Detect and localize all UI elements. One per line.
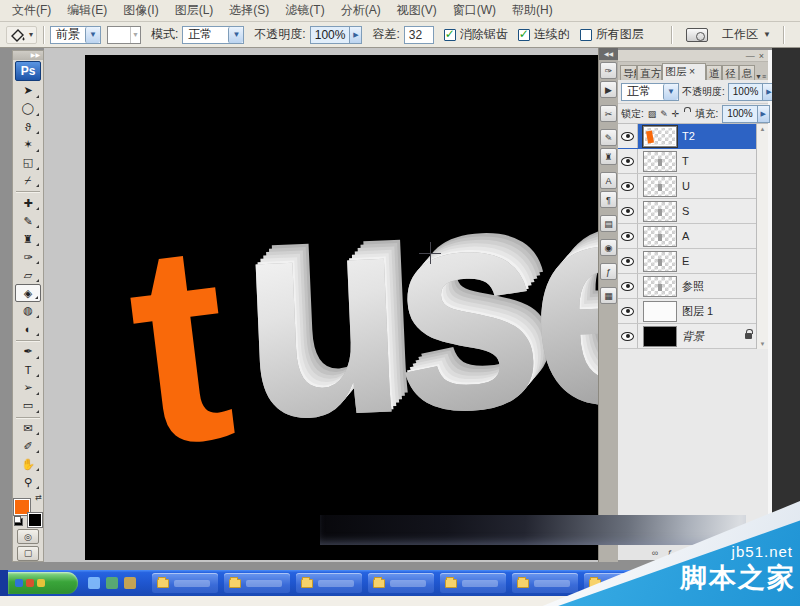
eye-icon[interactable] [621,307,634,316]
crop-tool[interactable]: ◱ [15,154,41,172]
eye-icon[interactable] [621,207,634,216]
layer-thumbnail[interactable] [643,226,677,247]
background-color-swatch[interactable] [28,513,42,527]
tool-preset-picker[interactable]: ▾ [6,26,37,44]
eye-icon[interactable] [621,257,634,266]
eye-icon[interactable] [621,232,634,241]
info-panel-icon[interactable]: ▦ [600,287,617,304]
clone-source-panel-icon[interactable]: ♜ [600,148,617,165]
tool-presets-panel-icon[interactable]: ✂ [600,105,617,122]
menu-window[interactable]: 窗口(W) [445,0,504,21]
tab-channels[interactable]: 道 [706,65,722,80]
dodge-tool[interactable]: ◐ [15,320,41,338]
swap-colors-icon[interactable]: ⇄ [35,493,42,502]
menu-view[interactable]: 视图(V) [389,0,445,21]
start-button[interactable] [8,572,78,594]
layer-comps-panel-icon[interactable]: ▤ [600,215,617,232]
eye-icon[interactable] [621,282,634,291]
quick-mask-button[interactable]: ◎ [17,529,39,544]
notes-tool[interactable]: ✉ [15,420,41,438]
styles-panel-icon[interactable]: ƒ [600,263,617,280]
menu-file[interactable]: 文件(F) [4,0,59,21]
menu-layer[interactable]: 图层(L) [167,0,222,21]
opacity-spinner[interactable]: 100% ▶ [310,26,363,44]
contiguous-checkbox-group[interactable]: 连续的 [518,26,570,43]
layer-row-s[interactable]: S [618,199,768,224]
fill-spinner[interactable]: 100% ▶ [722,105,770,123]
visibility-cell[interactable] [618,249,638,273]
antialias-checkbox-group[interactable]: 消除锯齿 [444,26,508,43]
menu-help[interactable]: 帮助(H) [504,0,561,21]
lock-position-icon[interactable]: ✛ [672,109,680,119]
panel-menu-icon[interactable]: ▼≡ [755,73,766,80]
path-selection-tool[interactable]: ➢ [15,379,41,397]
move-tool[interactable]: ➤ [15,82,41,100]
brushes-panel-icon[interactable]: ✎ [600,129,617,146]
eye-icon[interactable] [621,182,634,191]
slice-tool[interactable]: ⌿ [15,172,41,190]
layer-list-scrollbar[interactable]: ▲ ▼ [756,124,768,349]
eraser-tool[interactable]: ▱ [15,266,41,284]
layer-row-a[interactable]: A [618,224,768,249]
eye-icon[interactable] [621,132,634,141]
chevron-down-icon[interactable]: ▼ [85,27,100,43]
quick-launch-icon[interactable] [124,577,136,589]
pen-tool[interactable]: ✒ [15,343,41,361]
quick-launch-icon[interactable] [106,577,118,589]
eyedropper-tool[interactable]: ✐ [15,437,41,455]
visibility-cell[interactable] [618,174,638,198]
scroll-up-icon[interactable]: ▲ [760,124,766,134]
layer-thumbnail[interactable] [643,201,677,222]
fill-source-select[interactable]: 前景 ▼ [50,26,101,44]
spinner-arrow-icon[interactable]: ▶ [349,27,361,43]
tab-histogram[interactable]: 直方 [637,65,662,80]
healing-brush-tool[interactable]: ✚ [15,194,41,212]
visibility-cell[interactable] [618,199,638,223]
layer-row-t[interactable]: T [618,149,768,174]
tab-info[interactable]: 息 [739,65,755,80]
visibility-cell[interactable] [618,149,638,173]
close-icon[interactable]: × [759,51,764,61]
layer-thumbnail[interactable] [643,126,677,147]
taskbar-button[interactable] [224,573,290,593]
dock-collapse-button[interactable]: ◀◀ [599,48,618,60]
toolbox-collapse-button[interactable]: ▶▶ [13,51,43,60]
mode-select[interactable]: 正常 ▼ [182,26,244,44]
paragraph-panel-icon[interactable]: ¶ [600,191,617,208]
menu-analysis[interactable]: 分析(A) [333,0,389,21]
layer-thumbnail[interactable] [643,326,677,347]
type-tool[interactable]: T [15,361,41,379]
brush-tool[interactable]: ✎ [15,212,41,230]
document-canvas[interactable]: t use use [85,55,598,560]
actions-panel-icon[interactable]: ▶ [600,81,617,98]
all-layers-checkbox[interactable] [580,29,592,41]
blur-tool[interactable]: ◍ [15,302,41,320]
menu-edit[interactable]: 编辑(E) [59,0,115,21]
tab-close-icon[interactable]: × [689,65,695,77]
screen-mode-button[interactable]: ▢ [17,546,39,561]
workspace-button[interactable]: 工作区 ▼ [716,24,777,45]
tab-navigator[interactable]: 导航 [620,65,637,80]
eye-icon[interactable] [621,157,634,166]
paint-bucket-tool[interactable]: ◈ [15,284,41,302]
tab-paths[interactable]: 径 [722,65,738,80]
visibility-cell[interactable] [618,224,638,248]
spinner-arrow-icon[interactable]: ▶ [757,106,769,122]
layer-thumbnail[interactable] [643,151,677,172]
quick-launch-icon[interactable] [88,577,100,589]
taskbar-button[interactable] [440,573,506,593]
chevron-down-icon[interactable]: ▼ [228,27,243,43]
eye-icon[interactable] [621,332,634,341]
menu-filter[interactable]: 滤镜(T) [277,0,332,21]
layer-row-u[interactable]: U [618,174,768,199]
layer-thumbnail[interactable] [643,301,677,322]
layer-thumbnail[interactable] [643,251,677,272]
shape-tool[interactable]: ▭ [15,397,41,415]
layer-thumbnail[interactable] [643,176,677,197]
layer-opacity-spinner[interactable]: 100% ▶ [728,83,776,101]
default-colors-icon[interactable] [14,518,23,526]
hand-tool[interactable]: ✋ [15,455,41,473]
zoom-tool[interactable]: ⚲ [15,473,41,491]
taskbar-button[interactable] [368,573,434,593]
antialias-checkbox[interactable] [444,29,456,41]
